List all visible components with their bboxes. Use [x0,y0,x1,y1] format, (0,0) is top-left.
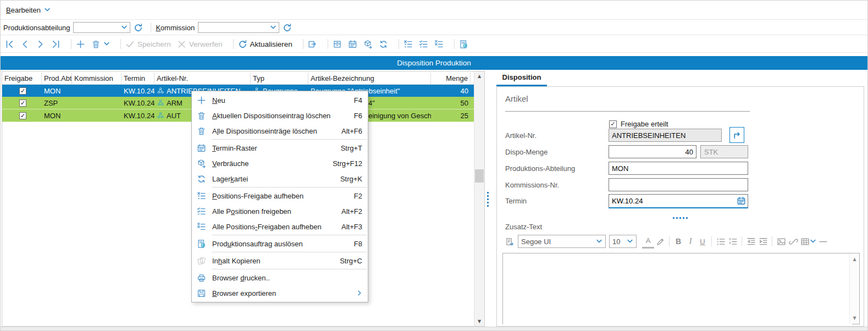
context-menu-item-neu[interactable]: NeuF4 [192,92,368,108]
freigabe-checkbox[interactable]: ✓ [19,112,26,119]
cell-menge: 40 [431,87,471,95]
highlight-button[interactable] [654,235,666,247]
zusatz-text-area[interactable] [503,253,852,326]
refresh-abteilung-button[interactable] [134,23,143,32]
lagerkartei-button[interactable] [379,40,388,49]
nav-prev-button[interactable] [20,40,30,49]
refresh-kommission-button[interactable] [283,23,292,32]
produktionsabteilung-combobox[interactable] [73,22,130,33]
delete-button[interactable] [91,40,110,49]
refresh-button[interactable]: Aktualisieren [238,40,292,49]
context-menu-item-verbr-uche[interactable]: VerbräucheStrg+F12 [192,156,368,171]
bullet-list-button[interactable] [715,235,727,247]
produktionsauftrag-button[interactable] [459,40,468,49]
nav-first-button[interactable] [5,40,14,49]
kommissionsnr-label: Kommissions-Nr. [505,181,559,189]
context-menu-item-lagerkartei[interactable]: LagerkarteiStrg+K [192,171,368,186]
column-header-kommission[interactable]: Kommission [72,73,121,84]
column-header-artikel-nr-[interactable]: Artikel-Nr. [154,73,251,84]
artikelnr-field[interactable] [609,129,722,142]
cell-freigabe: ✓ [2,112,42,119]
scroll-down-arrow[interactable]: ▼ [474,317,484,326]
collapse-handle[interactable] [673,217,688,219]
paste-text-icon[interactable] [504,235,516,247]
context-menu-item-alle-dispositionseintr-ge-l-sc[interactable]: Alle Dispositionseinträge löschenAlt+F6 [192,123,368,139]
context-menu-item-positions-freigabe-aufheben[interactable]: Positions-Freigabe aufhebenF2 [192,188,368,203]
italic-button[interactable]: I [684,235,696,247]
insert-image-button[interactable] [775,235,787,247]
divider [772,236,772,246]
table-scrollbar[interactable]: ▲ ▼ [474,71,484,326]
kommissionsnr-field[interactable] [609,178,748,191]
numbered-list-button[interactable] [727,235,739,247]
bold-button[interactable]: B [672,235,684,247]
context-menu-item-browser-drucken-[interactable]: Browser drucken.. [192,270,368,285]
dispomenge-field[interactable] [609,145,696,158]
discard-button[interactable]: Verwerfen [177,40,223,49]
lager-button[interactable] [333,40,342,49]
font-size-select[interactable]: 10 [609,235,637,248]
zusatz-text-label: Zusatz-Text [505,223,542,231]
calendar-picker-icon[interactable] [737,196,746,206]
kommission-combobox[interactable] [198,22,279,33]
context-menu-item-browser-exportieren[interactable]: Browser exportieren [192,285,368,301]
save-button[interactable]: Speichern [125,40,171,49]
context-menu-item-aktuellen-dispositionseintrag-[interactable]: Aktuellen Dispositionseintrag löschenF6 [192,108,368,123]
alle-freigeben-button[interactable] [419,40,428,49]
outdent-button[interactable] [745,235,757,247]
context-menu-item-produktionsauftrag-ausl-sen[interactable]: Produktionsauftrag auslösenF8 [192,236,368,251]
bullet-list-icon [716,237,726,246]
cabinet-icon [333,40,342,49]
scroll-up-arrow[interactable]: ▲ [474,71,484,81]
produktionsabteilung-field[interactable] [609,162,748,175]
indent-button[interactable] [757,235,769,247]
insert-link-button[interactable] [787,235,799,247]
column-header-artikel-bezeichnung[interactable]: Artikel-Bezeichnung [308,73,431,84]
context-menu-item-termin-raster[interactable]: Termin-RasterStrg+T [192,140,368,156]
zusatz-text-editor: ▲ ▼ [502,253,860,324]
tab-disposition[interactable]: Disposition [496,73,547,85]
underline-button[interactable]: U [696,235,709,247]
divider [120,39,121,49]
menu-bar: Bearbeiten [1,1,867,20]
menu-bearbeiten[interactable]: Bearbeiten [6,6,51,14]
freigabe-aufheben-button[interactable] [403,40,413,49]
scroll-thumb[interactable] [475,169,484,183]
verbraeuche-button[interactable] [363,40,373,49]
artikelnr-label: Artikel-Nr. [505,131,537,140]
new-button[interactable] [76,40,85,49]
splitter-handle[interactable] [487,192,489,207]
context-menu-item-alle-positionen-freigeben[interactable]: Alle Positionen freigebenAlt+F2 [192,203,368,219]
font-family-select[interactable]: Segoe UI [518,235,606,248]
cube-icon [197,159,206,168]
nav-next-button[interactable] [36,40,45,49]
freigabe-checkbox[interactable]: ✓ [19,87,26,95]
editor-scrollbar[interactable]: ▲ ▼ [849,253,859,324]
menu-item-shortcut: Alt+F6 [341,127,362,135]
nav-last-button[interactable] [51,40,60,49]
scroll-up-arrow[interactable]: ▲ [850,255,859,264]
insert-table-button[interactable] [799,235,817,247]
richtext-toolbar: Segoe UI 10 A B I U [497,234,864,249]
column-header-termin[interactable]: Termin [121,73,154,84]
table-icon [800,237,810,246]
freigabe-checkbox[interactable]: ✓ [19,100,26,107]
column-header-typ[interactable]: Typ [251,73,308,84]
context-menu-item-alle-positions-freigaben-aufhe[interactable]: Alle Positions-Freigaben aufhebenAlt+F3 [192,219,368,234]
goto-artikel-button[interactable] [729,127,744,143]
scroll-down-arrow[interactable]: ▼ [850,313,859,323]
freigabe-erteilt-row: ✓ Freigabe erteilt [609,120,668,128]
termin-raster-button[interactable] [348,40,357,49]
alle-freigaben-aufheben-button[interactable] [434,40,444,49]
termin-field[interactable] [609,197,737,205]
freigabe-erteilt-checkbox[interactable]: ✓ [609,120,617,128]
column-header-prod-abt-[interactable]: Prod.Abt. [42,73,72,84]
cell-prod-abt-: MON [42,87,72,95]
horizontal-rule-button[interactable] [817,235,829,247]
column-header-menge[interactable]: Menge [431,73,471,84]
context-menu-item-inhalt-kopieren[interactable]: Inhalt KopierenStrg+C [192,253,368,268]
column-header-freigabe[interactable]: Freigabe [2,73,42,84]
menu-item-label: Termin-Raster [212,144,334,152]
font-color-button[interactable]: A [642,235,654,249]
transfer-button[interactable] [308,40,317,49]
